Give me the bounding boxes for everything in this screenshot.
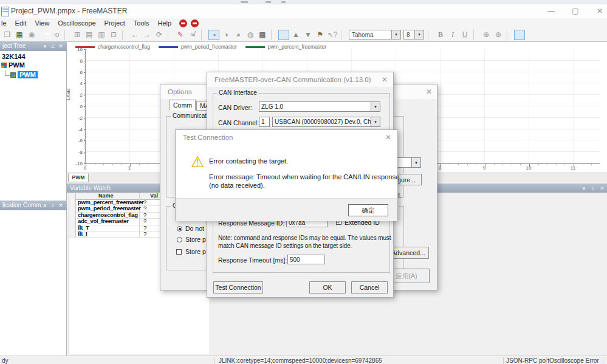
app-comm-header[interactable]: lication Comm... ▾ ⊥ ✕ (0, 201, 67, 210)
chevron-down-icon[interactable]: ▾ (371, 117, 380, 126)
menu-item-tools[interactable]: Tools (129, 19, 154, 27)
underline-icon[interactable]: U (459, 30, 470, 40)
record-red-icon[interactable] (179, 19, 187, 27)
pin-icon[interactable]: ⊥ (49, 41, 57, 51)
tab-pwm-scope[interactable]: PWM (68, 174, 89, 182)
print-icon[interactable]: ⊡ (108, 30, 119, 40)
tree-node-s32k144[interactable]: 32K144 (2, 53, 26, 60)
row-selector[interactable] (69, 199, 76, 205)
error-line2a: Error message: Timeout when waiting for … (209, 173, 399, 180)
variable-name: adc_vol_freemaster (78, 218, 129, 224)
do-not-radio-label[interactable]: Do not (185, 225, 204, 232)
confirm-button[interactable]: 确定 (348, 204, 388, 216)
collapse-icon[interactable]: ▾ (580, 184, 588, 193)
collapse-icon[interactable]: ▾ (41, 41, 49, 51)
align-right-icon[interactable] (538, 30, 549, 40)
menu-item-view[interactable]: View (31, 19, 54, 27)
record-variable-icon[interactable]: ✎ (175, 30, 186, 40)
menu-item-oscilloscope[interactable]: Oscilloscope (53, 19, 100, 27)
font-family-combo[interactable]: Tahoma ▾ (349, 30, 401, 39)
move-up-icon[interactable]: ▲ (290, 30, 301, 40)
paste-icon[interactable]: ▥ (96, 30, 107, 40)
scope-run-icon[interactable]: ◔ (208, 30, 219, 40)
pin-icon[interactable]: ⊥ (49, 201, 57, 210)
chevron-down-icon[interactable]: ▾ (411, 158, 420, 167)
row-selector[interactable] (69, 218, 76, 224)
row-selector[interactable] (69, 205, 76, 211)
context-help-icon[interactable]: ↖? (327, 30, 338, 40)
stop-icon[interactable] (38, 30, 49, 40)
advanced-button[interactable]: Advanced... (388, 247, 429, 259)
scope-save-icon[interactable]: ▩ (257, 30, 268, 40)
italic-icon[interactable]: I (447, 30, 458, 40)
align-center-icon[interactable] (526, 30, 537, 40)
tab-comm[interactable]: Comm (170, 100, 196, 111)
scope-stop-icon[interactable]: ◕ (233, 30, 244, 40)
chevron-down-icon[interactable]: ▾ (391, 30, 400, 39)
project-tree-header[interactable]: ject Tree ▾ ⊥ ✕ (0, 41, 67, 51)
align-left-icon[interactable] (514, 30, 525, 40)
close-icon[interactable]: ✕ (424, 87, 434, 97)
store-radio-label[interactable]: Store p (185, 236, 206, 243)
menu-item-file[interactable]: le (0, 19, 11, 27)
close-icon[interactable]: ✕ (598, 184, 606, 193)
html-link-icon[interactable]: ⊛ (493, 30, 504, 40)
cancel-button[interactable]: Cancel (351, 281, 388, 294)
font-size-combo[interactable]: 8 ▾ (403, 30, 424, 39)
can-channel-input[interactable]: 1 (259, 117, 270, 127)
copy-icon[interactable]: ▤ (84, 30, 95, 40)
chevron-down-icon[interactable]: ▾ (414, 30, 424, 39)
minimize-button[interactable]: — (542, 6, 560, 16)
test-connection-button[interactable]: Test Connection (213, 281, 263, 294)
toolbar-right-icons: BIU⊛⊛ (434, 30, 550, 40)
back-icon[interactable]: ← (129, 30, 140, 40)
row-selector[interactable] (69, 225, 76, 231)
maximize-button[interactable]: ▢ (566, 6, 585, 16)
scope-disabled-icon[interactable]: ≉ (187, 30, 198, 40)
close-icon[interactable]: ✕ (383, 132, 394, 142)
ok-button[interactable]: OK (309, 281, 346, 294)
close-icon[interactable]: ✕ (57, 41, 64, 51)
forward-icon[interactable]: → (142, 30, 153, 40)
go-icon[interactable]: ◉ (26, 30, 37, 40)
close-icon[interactable]: ✕ (379, 75, 390, 84)
bold-icon[interactable]: B (435, 30, 446, 40)
store-checkbox-label[interactable]: Store p (185, 248, 206, 255)
speed-combo-fragment[interactable]: ▾ (396, 157, 421, 168)
html-page-icon[interactable]: ⊛ (481, 30, 492, 40)
menu-item-edit[interactable]: Edit (11, 19, 31, 27)
connect-icon[interactable]: -o (50, 30, 61, 40)
pin-icon[interactable]: ⊥ (589, 184, 597, 193)
close-icon[interactable]: ✕ (57, 201, 64, 210)
menu-item-project[interactable]: Project (100, 19, 129, 27)
row-selector[interactable] (69, 212, 76, 218)
pin-toolbox-icon[interactable]: ⚑ (315, 30, 326, 40)
tree-node-pwm-child[interactable]: PWM (1, 70, 38, 78)
can-device-combo[interactable]: USBCAN (00009080027) Dev.0, Ch0 ▾ (272, 117, 380, 127)
tree-node-pwm[interactable]: PWM (1, 61, 25, 69)
recorder-icon[interactable] (278, 30, 289, 40)
response-timeout-input[interactable]: 500 (287, 255, 325, 264)
move-down-icon[interactable]: ▼ (303, 30, 314, 40)
status-ready: dy (2, 357, 9, 364)
top-window-sliver (0, 0, 607, 4)
store-radio[interactable] (177, 237, 182, 242)
chevron-down-icon[interactable]: ▾ (371, 102, 380, 111)
test-dialog-title[interactable]: Test Connection ✕ (176, 130, 397, 145)
store-checkbox[interactable] (176, 249, 182, 255)
open-file-icon[interactable]: ❒ (2, 30, 13, 40)
menu-item-help[interactable]: Help (153, 19, 176, 27)
stop-red-icon[interactable] (191, 19, 199, 27)
selected-node-label[interactable]: PWM (18, 71, 38, 78)
save-icon[interactable]: ▦ (14, 30, 25, 40)
collapse-icon[interactable]: ▾ (41, 201, 49, 210)
can-driver-combo[interactable]: ZLG 1.0 ▾ (259, 101, 380, 112)
project-panels-icon[interactable]: ⊞ (72, 30, 83, 40)
can-dialog-title[interactable]: FreeMASTER-over-CAN Communication (v1.13… (207, 72, 393, 87)
scope-pause-icon[interactable]: ◑ (221, 30, 231, 40)
row-selector[interactable] (69, 231, 76, 237)
close-button[interactable]: ✕ (591, 6, 607, 16)
scope-clear-icon[interactable]: ◍ (245, 30, 256, 40)
reload-icon[interactable]: ⟳ (154, 30, 165, 40)
do-not-radio[interactable] (177, 226, 182, 232)
